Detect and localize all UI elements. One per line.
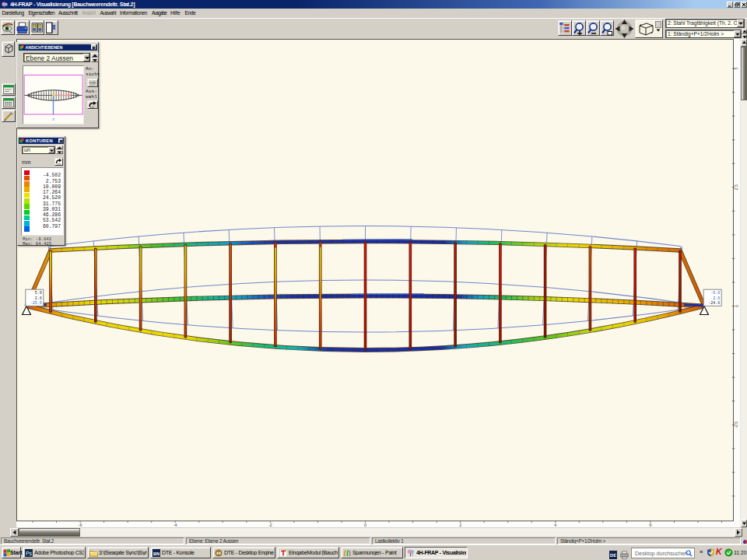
svg-text:-2: -2 — [268, 523, 272, 527]
svg-text:-24.6: -24.6 — [708, 301, 720, 306]
svg-text:6: 6 — [649, 523, 651, 527]
svg-text:2.5: 2.5 — [735, 184, 739, 190]
svg-text:4: 4 — [554, 523, 556, 527]
svg-text:2.6: 2.6 — [713, 296, 720, 301]
svg-text:0: 0 — [364, 523, 366, 527]
svg-text:-2.5: -2.5 — [735, 422, 739, 429]
svg-text:0: 0 — [735, 305, 739, 307]
svg-text:2.6: 2.6 — [35, 296, 42, 301]
svg-text:BN: BN — [153, 551, 160, 556]
svg-text:-25.5: -25.5 — [30, 301, 42, 306]
svg-text:5: 5 — [735, 68, 739, 70]
svg-text:DE: DE — [610, 553, 616, 558]
svg-text:-6: -6 — [79, 523, 82, 527]
svg-text:-4: -4 — [174, 523, 177, 527]
svg-text:5.9: 5.9 — [35, 291, 42, 296]
svg-text:2: 2 — [459, 523, 461, 527]
svg-text:z: z — [52, 117, 55, 122]
svg-text:Ps: Ps — [26, 551, 33, 556]
svg-text:-6.0: -6.0 — [710, 291, 720, 296]
